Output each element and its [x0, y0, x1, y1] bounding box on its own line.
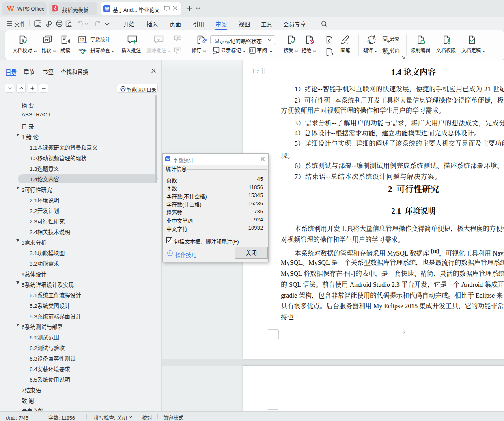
- svg-text:W: W: [166, 157, 170, 161]
- svg-text:12: 12: [80, 37, 84, 42]
- svg-text:W: W: [105, 6, 109, 11]
- svg-text:ABC: ABC: [78, 47, 87, 52]
- svg-text:文: 文: [367, 38, 371, 43]
- svg-text:A: A: [373, 36, 376, 41]
- svg-text:繁: 繁: [382, 48, 388, 54]
- svg-text:简: 简: [382, 35, 388, 42]
